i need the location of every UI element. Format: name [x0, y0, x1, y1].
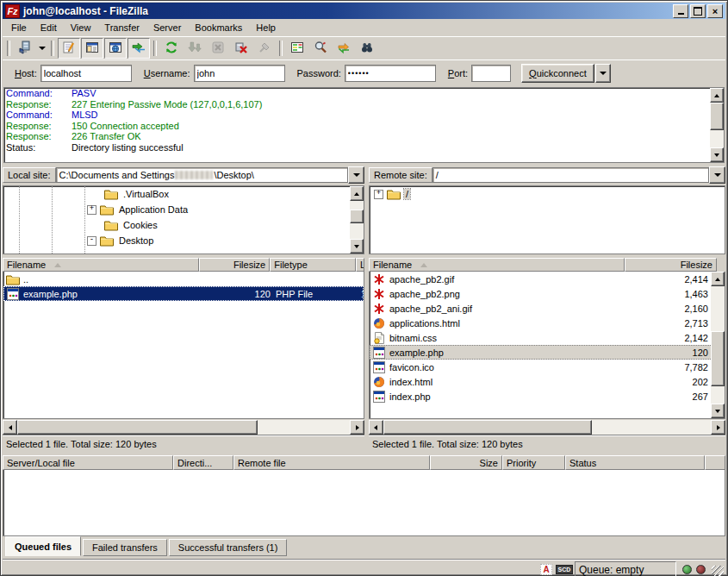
scroll-right-button[interactable]: [711, 420, 725, 435]
filter-button[interactable]: [356, 38, 378, 59]
scrollbar-thumb[interactable]: [711, 331, 725, 386]
scrollbar-thumb[interactable]: [383, 420, 592, 435]
toggle-message-log-button[interactable]: [58, 38, 80, 59]
column-header-server-local-file[interactable]: Server/Local file: [3, 455, 173, 470]
find-files-button[interactable]: [309, 38, 332, 59]
resize-grip[interactable]: [712, 566, 724, 576]
remote-file-row[interactable]: apache_pb2.png 1,463: [370, 286, 725, 301]
remote-file-row[interactable]: bitnami.css 2,142: [370, 330, 725, 345]
transfer-type-indicator[interactable]: A: [538, 563, 554, 576]
remote-site-combobox[interactable]: /: [432, 167, 709, 183]
local-file-row-updir[interactable]: ..: [3, 272, 364, 286]
column-header-status[interactable]: Status: [565, 455, 705, 470]
column-header-filename[interactable]: Filename: [3, 258, 199, 272]
site-manager-button[interactable]: [14, 38, 36, 59]
menu-edit[interactable]: Edit: [34, 21, 64, 34]
quickconnect-dropdown[interactable]: [595, 64, 611, 83]
speed-limits-indicator[interactable]: SCD: [557, 563, 572, 576]
site-manager-dropdown[interactable]: [37, 39, 47, 58]
log-scrollbar[interactable]: [710, 88, 724, 162]
tree-item-application-data[interactable]: + Application Data: [3, 202, 364, 217]
local-site-combobox[interactable]: C:\Documents and Settings\Desktop\: [56, 167, 348, 183]
column-header-filesize[interactable]: Filesize: [199, 258, 271, 272]
remote-horizontal-scrollbar[interactable]: [369, 420, 725, 435]
column-header-lastmodified[interactable]: L: [356, 258, 364, 272]
expand-icon[interactable]: +: [87, 205, 96, 215]
column-header-direction[interactable]: Directi...: [173, 455, 233, 470]
scroll-up-button[interactable]: [710, 88, 724, 103]
menu-bookmarks[interactable]: Bookmarks: [188, 21, 249, 34]
toggle-queue-button[interactable]: [128, 38, 150, 59]
message-log[interactable]: Command:PASV Response:227 Entering Passi…: [3, 87, 725, 163]
column-header-size[interactable]: Size: [430, 455, 502, 470]
column-header-priority[interactable]: Priority: [502, 455, 565, 470]
local-file-list[interactable]: .. example.php 120 PHP File 1: [3, 272, 364, 419]
scrollbar-thumb[interactable]: [17, 420, 258, 435]
refresh-button[interactable]: [160, 38, 183, 59]
remote-file-row-selected[interactable]: example.php 120: [370, 345, 725, 360]
remote-file-row[interactable]: favicon.ico 7,782: [370, 360, 725, 374]
remote-file-row[interactable]: applications.html 2,713: [370, 316, 725, 330]
disconnect-button[interactable]: [230, 38, 252, 59]
close-button[interactable]: ×: [707, 4, 723, 18]
expand-icon[interactable]: +: [374, 190, 383, 199]
column-header-filetype[interactable]: Filetype: [270, 258, 356, 272]
column-header-remote-file[interactable]: Remote file: [233, 455, 430, 470]
minimize-button[interactable]: [673, 4, 688, 18]
menu-view[interactable]: View: [64, 21, 98, 34]
scroll-down-button[interactable]: [350, 239, 364, 254]
cancel-button[interactable]: [207, 38, 229, 59]
menu-transfer[interactable]: Transfer: [97, 21, 146, 34]
tree-item-root[interactable]: + /: [370, 186, 725, 202]
menu-file[interactable]: File: [4, 21, 34, 34]
menu-server[interactable]: Server: [146, 21, 188, 34]
local-tree[interactable]: .VirtualBox + Application Data Cookies -…: [3, 185, 364, 254]
remote-site-dropdown[interactable]: [709, 166, 725, 184]
local-file-row-selected[interactable]: example.php 120 PHP File 1: [3, 286, 364, 301]
column-header-filesize[interactable]: Filesize: [625, 258, 717, 272]
scroll-left-button[interactable]: [3, 420, 17, 435]
column-header-filename[interactable]: Filename: [369, 258, 625, 272]
queue-list[interactable]: [3, 470, 725, 536]
tree-item-cookies[interactable]: Cookies: [3, 217, 364, 233]
scroll-up-button[interactable]: [711, 272, 725, 286]
scroll-up-button[interactable]: [350, 186, 364, 201]
scrollbar-thumb[interactable]: [350, 210, 364, 223]
maximize-button[interactable]: [690, 4, 706, 18]
menu-help[interactable]: Help: [249, 21, 283, 34]
reconnect-button[interactable]: [253, 38, 276, 59]
password-input[interactable]: [345, 65, 436, 82]
remote-file-row[interactable]: index.html 202: [370, 374, 725, 389]
process-queue-button[interactable]: [184, 38, 206, 59]
quickconnect-button[interactable]: Quickconnect: [521, 64, 594, 83]
tree-item-virtualbox[interactable]: .VirtualBox: [3, 186, 364, 202]
folder-up-icon: [6, 273, 20, 285]
tab-queued-files[interactable]: Queued files: [5, 536, 81, 556]
directory-comparison-button[interactable]: [286, 38, 308, 59]
toggle-remote-tree-button[interactable]: [104, 38, 127, 59]
remote-tree[interactable]: + /: [369, 185, 725, 254]
port-input[interactable]: [471, 65, 511, 82]
host-input[interactable]: [40, 65, 132, 82]
scroll-down-button[interactable]: [711, 404, 725, 418]
remote-file-row[interactable]: index.php 267: [370, 389, 725, 404]
toggle-local-tree-button[interactable]: [81, 38, 103, 59]
local-site-dropdown[interactable]: [348, 166, 364, 184]
tab-successful-transfers[interactable]: Successful transfers (1): [169, 539, 288, 556]
remote-file-list[interactable]: apache_pb2.gif 2,414 apache_pb2.png 1,46…: [369, 272, 725, 419]
title-bar[interactable]: Fz john@localhost - FileZilla ×: [3, 3, 725, 19]
tree-item-desktop[interactable]: - Desktop: [3, 233, 364, 248]
scroll-down-button[interactable]: [710, 147, 724, 162]
scrollbar-thumb[interactable]: [710, 103, 724, 130]
local-horizontal-scrollbar[interactable]: [3, 420, 364, 435]
username-input[interactable]: [194, 65, 285, 82]
remote-file-row[interactable]: apache_pb2_ani.gif 2,160: [370, 301, 725, 316]
tab-failed-transfers[interactable]: Failed transfers: [83, 539, 167, 556]
scroll-right-button[interactable]: [350, 420, 364, 435]
collapse-icon[interactable]: -: [87, 236, 96, 246]
synchronized-browsing-button[interactable]: [333, 38, 355, 59]
remote-file-row[interactable]: apache_pb2.gif 2,414: [370, 272, 725, 286]
local-tree-scrollbar[interactable]: [350, 186, 364, 254]
remote-list-scrollbar[interactable]: [711, 272, 725, 418]
scroll-left-button[interactable]: [369, 420, 383, 435]
